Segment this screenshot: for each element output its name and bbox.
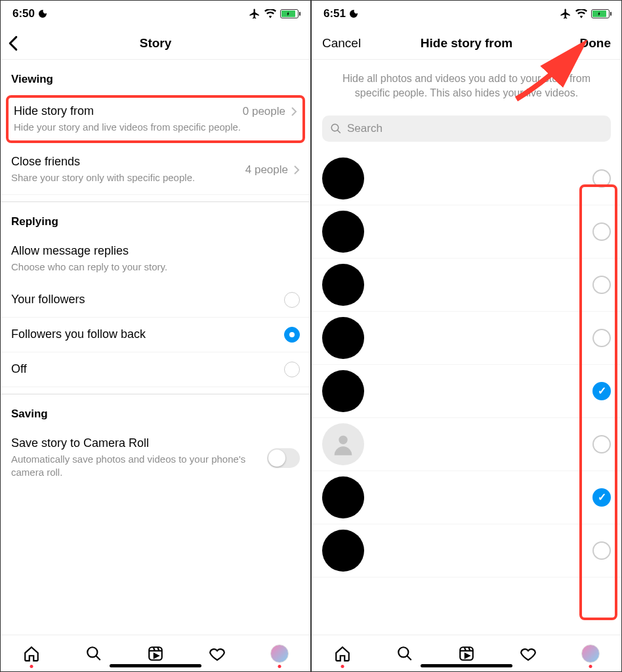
tab-home[interactable]	[22, 644, 41, 663]
avatar	[322, 264, 364, 306]
airplane-icon	[560, 8, 571, 20]
checkbox-checked[interactable]	[592, 382, 611, 400]
checkbox-unchecked[interactable]	[592, 541, 611, 560]
checkbox-unchecked[interactable]	[592, 222, 611, 241]
section-replying: Replying	[1, 202, 310, 235]
tab-profile[interactable]	[581, 644, 600, 663]
avatar	[322, 423, 364, 465]
search-placeholder: Search	[347, 122, 383, 135]
checkbox-unchecked[interactable]	[592, 169, 611, 188]
description-text: Hide all photos and videos you add to yo…	[312, 60, 621, 113]
tab-profile[interactable]	[270, 644, 289, 663]
hide-story-sub: Hide your story and live videos from spe…	[14, 121, 297, 134]
battery-icon	[280, 9, 299, 18]
user-row[interactable]	[312, 418, 621, 471]
save-title: Save story to Camera Roll	[11, 436, 267, 450]
radio-selected-icon[interactable]	[284, 327, 300, 343]
wifi-icon	[264, 9, 276, 18]
section-saving: Saving	[1, 394, 310, 427]
dnd-icon	[348, 9, 359, 19]
svg-marker-17	[465, 654, 470, 658]
status-bar: 6:50	[1, 1, 310, 27]
svg-point-0	[87, 647, 97, 657]
svg-point-7	[331, 124, 339, 131]
radio-icon[interactable]	[284, 362, 300, 377]
nav-header: Story	[1, 27, 310, 60]
close-friends-value: 4 people	[245, 163, 288, 177]
done-button[interactable]: Done	[580, 36, 612, 51]
close-friends-row[interactable]: Close friends Share your story only with…	[1, 146, 310, 194]
option-off[interactable]: Off	[1, 352, 310, 387]
user-row[interactable]	[312, 365, 621, 418]
user-row[interactable]	[312, 205, 621, 259]
svg-marker-6	[154, 654, 159, 658]
svg-line-8	[337, 130, 341, 133]
tab-search[interactable]	[396, 644, 414, 663]
svg-point-9	[339, 435, 347, 444]
radio-icon[interactable]	[284, 292, 300, 308]
status-time: 6:50	[12, 7, 35, 20]
phone-left: 6:50 Story Viewing Hide story from 0 peo…	[0, 0, 311, 672]
dnd-icon	[37, 9, 48, 19]
user-row[interactable]	[312, 312, 621, 365]
tab-bar	[312, 635, 621, 671]
option-label: Followers you follow back	[11, 327, 146, 341]
user-row[interactable]	[312, 152, 621, 205]
avatar	[322, 211, 364, 253]
user-list	[312, 152, 621, 578]
avatar	[322, 158, 364, 200]
close-friends-sub: Share your story only with specific peop…	[11, 171, 245, 184]
page-title: Story	[140, 36, 172, 51]
back-button[interactable]	[7, 35, 19, 51]
chevron-right-icon	[293, 165, 300, 175]
tab-bar	[1, 635, 310, 671]
tab-reels[interactable]	[146, 644, 165, 663]
phone-right: 6:51 Cancel Hide story from Done Hide al…	[311, 0, 622, 672]
cancel-button[interactable]: Cancel	[322, 36, 361, 51]
search-icon	[330, 123, 342, 135]
allow-replies-sub: Choose who can reply to your story.	[11, 261, 300, 274]
avatar	[322, 317, 364, 359]
checkbox-checked[interactable]	[592, 488, 611, 507]
status-bar: 6:51	[312, 1, 621, 27]
airplane-icon	[249, 8, 260, 20]
tab-activity[interactable]	[519, 644, 537, 663]
wifi-icon	[575, 9, 587, 18]
avatar	[322, 370, 364, 412]
svg-point-11	[398, 647, 408, 657]
tab-search[interactable]	[85, 644, 103, 663]
chevron-right-icon	[291, 106, 297, 117]
svg-line-12	[407, 656, 411, 660]
page-title: Hide story from	[421, 36, 512, 51]
close-friends-title: Close friends	[11, 155, 245, 169]
user-row[interactable]	[312, 259, 621, 312]
search-input[interactable]: Search	[322, 116, 611, 142]
allow-replies-title: Allow message replies	[11, 244, 300, 258]
hide-story-content: Hide all photos and videos you add to yo…	[312, 60, 621, 635]
save-sub: Automatically save photos and videos to …	[11, 453, 267, 480]
user-row[interactable]	[312, 524, 621, 578]
hide-story-title[interactable]: Hide story from	[14, 104, 94, 118]
option-follow-back[interactable]: Followers you follow back	[1, 318, 310, 352]
battery-icon	[591, 9, 610, 18]
save-camera-roll-row[interactable]: Save story to Camera Roll Automatically …	[1, 427, 310, 489]
tab-activity[interactable]	[208, 644, 226, 663]
checkbox-unchecked[interactable]	[592, 435, 611, 453]
tab-reels[interactable]	[457, 644, 476, 663]
option-followers[interactable]: Your followers	[1, 283, 310, 318]
option-label: Your followers	[11, 293, 85, 306]
user-row[interactable]	[312, 471, 621, 524]
tab-home[interactable]	[333, 644, 352, 663]
highlight-hide-story: Hide story from 0 people Hide your story…	[6, 95, 305, 143]
home-indicator	[110, 664, 201, 667]
toggle-off[interactable]	[267, 448, 300, 468]
avatar	[322, 530, 364, 572]
svg-line-1	[96, 656, 100, 660]
checkbox-unchecked[interactable]	[592, 276, 611, 294]
home-indicator	[421, 664, 512, 667]
settings-content: Viewing Hide story from 0 people Hide yo…	[1, 60, 310, 635]
section-viewing: Viewing	[1, 60, 310, 93]
checkbox-unchecked[interactable]	[592, 329, 611, 347]
avatar	[322, 476, 364, 518]
hide-story-value: 0 people	[243, 105, 285, 118]
